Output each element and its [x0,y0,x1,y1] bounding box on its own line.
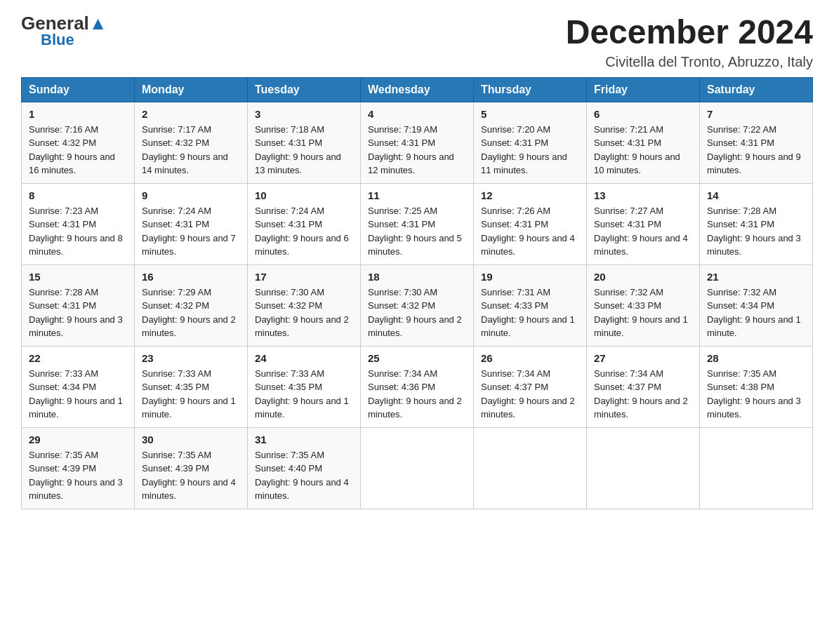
day-info: Sunrise: 7:28 AMSunset: 4:31 PMDaylight:… [29,286,127,340]
day-info: Sunrise: 7:33 AMSunset: 4:35 PMDaylight:… [142,367,240,422]
day-number: 13 [594,189,692,201]
day-number: 31 [255,434,353,445]
day-number: 6 [594,108,692,120]
day-info: Sunrise: 7:35 AMSunset: 4:39 PMDaylight:… [29,448,127,503]
day-info: Sunrise: 7:31 AMSunset: 4:33 PMDaylight:… [481,286,579,340]
day-number: 23 [142,352,240,364]
calendar-cell: 11Sunrise: 7:25 AMSunset: 4:31 PMDayligh… [361,183,474,264]
calendar-cell: 22Sunrise: 7:33 AMSunset: 4:34 PMDayligh… [22,346,135,427]
day-number: 24 [255,352,353,364]
day-info: Sunrise: 7:29 AMSunset: 4:32 PMDaylight:… [142,286,240,340]
calendar-cell: 17Sunrise: 7:30 AMSunset: 4:32 PMDayligh… [248,264,361,346]
calendar-cell [361,427,474,509]
day-number: 7 [707,108,805,120]
day-number: 16 [142,271,240,283]
logo-blue-text: Blue [41,32,74,48]
day-number: 22 [29,352,127,364]
day-number: 1 [29,108,127,120]
calendar-cell: 26Sunrise: 7:34 AMSunset: 4:37 PMDayligh… [474,346,587,427]
day-number: 4 [368,108,466,120]
day-info: Sunrise: 7:19 AMSunset: 4:31 PMDaylight:… [368,123,466,177]
day-number: 3 [255,108,353,120]
week-row-5: 29Sunrise: 7:35 AMSunset: 4:39 PMDayligh… [22,427,813,509]
week-row-1: 1Sunrise: 7:16 AMSunset: 4:32 PMDaylight… [22,102,813,183]
day-number: 2 [142,108,240,120]
day-info: Sunrise: 7:24 AMSunset: 4:31 PMDaylight:… [255,204,353,259]
location-subtitle: Civitella del Tronto, Abruzzo, Italy [566,54,813,70]
calendar-cell: 14Sunrise: 7:28 AMSunset: 4:31 PMDayligh… [700,183,813,264]
week-row-3: 15Sunrise: 7:28 AMSunset: 4:31 PMDayligh… [22,264,813,346]
day-number: 27 [594,352,692,364]
day-number: 11 [368,189,466,201]
day-number: 15 [29,271,127,283]
day-number: 12 [481,189,579,201]
day-info: Sunrise: 7:27 AMSunset: 4:31 PMDaylight:… [594,204,692,259]
day-number: 9 [142,189,240,201]
page-header: General▲ Blue December 2024 Civitella de… [21,14,813,70]
header-friday: Friday [587,77,700,102]
calendar-cell: 4Sunrise: 7:19 AMSunset: 4:31 PMDaylight… [361,102,474,183]
calendar-cell [700,427,813,509]
day-number: 28 [707,352,805,364]
day-number: 20 [594,271,692,283]
day-number: 17 [255,271,353,283]
header-saturday: Saturday [700,77,813,102]
calendar-cell: 6Sunrise: 7:21 AMSunset: 4:31 PMDaylight… [587,102,700,183]
day-info: Sunrise: 7:30 AMSunset: 4:32 PMDaylight:… [255,286,353,340]
calendar-cell: 15Sunrise: 7:28 AMSunset: 4:31 PMDayligh… [22,264,135,346]
calendar-cell: 3Sunrise: 7:18 AMSunset: 4:31 PMDaylight… [248,102,361,183]
day-info: Sunrise: 7:35 AMSunset: 4:38 PMDaylight:… [707,367,805,422]
day-number: 18 [368,271,466,283]
calendar-cell [474,427,587,509]
day-info: Sunrise: 7:26 AMSunset: 4:31 PMDaylight:… [481,204,579,259]
day-info: Sunrise: 7:25 AMSunset: 4:31 PMDaylight:… [368,204,466,259]
calendar-cell: 13Sunrise: 7:27 AMSunset: 4:31 PMDayligh… [587,183,700,264]
header-tuesday: Tuesday [248,77,361,102]
logo-general-text: General▲ [21,14,107,32]
week-row-2: 8Sunrise: 7:23 AMSunset: 4:31 PMDaylight… [22,183,813,264]
calendar-cell: 30Sunrise: 7:35 AMSunset: 4:39 PMDayligh… [135,427,248,509]
calendar-cell: 28Sunrise: 7:35 AMSunset: 4:38 PMDayligh… [700,346,813,427]
day-info: Sunrise: 7:35 AMSunset: 4:40 PMDaylight:… [255,448,353,503]
day-number: 8 [29,189,127,201]
calendar-cell: 31Sunrise: 7:35 AMSunset: 4:40 PMDayligh… [248,427,361,509]
logo: General▲ Blue [21,14,107,48]
day-number: 25 [368,352,466,364]
calendar-cell: 9Sunrise: 7:24 AMSunset: 4:31 PMDaylight… [135,183,248,264]
day-info: Sunrise: 7:30 AMSunset: 4:32 PMDaylight:… [368,286,466,340]
day-number: 30 [142,434,240,445]
calendar-cell: 7Sunrise: 7:22 AMSunset: 4:31 PMDaylight… [700,102,813,183]
day-number: 29 [29,434,127,445]
header-thursday: Thursday [474,77,587,102]
day-info: Sunrise: 7:34 AMSunset: 4:36 PMDaylight:… [368,367,466,422]
calendar-cell: 24Sunrise: 7:33 AMSunset: 4:35 PMDayligh… [248,346,361,427]
month-year-title: December 2024 [566,14,813,51]
day-number: 19 [481,271,579,283]
day-info: Sunrise: 7:28 AMSunset: 4:31 PMDaylight:… [707,204,805,259]
day-info: Sunrise: 7:17 AMSunset: 4:32 PMDaylight:… [142,123,240,177]
day-info: Sunrise: 7:34 AMSunset: 4:37 PMDaylight:… [481,367,579,422]
calendar-table: SundayMondayTuesdayWednesdayThursdayFrid… [21,77,813,509]
calendar-cell: 12Sunrise: 7:26 AMSunset: 4:31 PMDayligh… [474,183,587,264]
header-monday: Monday [135,77,248,102]
calendar-cell: 2Sunrise: 7:17 AMSunset: 4:32 PMDaylight… [135,102,248,183]
day-info: Sunrise: 7:23 AMSunset: 4:31 PMDaylight:… [29,204,127,259]
day-info: Sunrise: 7:33 AMSunset: 4:35 PMDaylight:… [255,367,353,422]
calendar-cell: 20Sunrise: 7:32 AMSunset: 4:33 PMDayligh… [587,264,700,346]
calendar-cell: 18Sunrise: 7:30 AMSunset: 4:32 PMDayligh… [361,264,474,346]
day-number: 26 [481,352,579,364]
day-number: 21 [707,271,805,283]
day-info: Sunrise: 7:16 AMSunset: 4:32 PMDaylight:… [29,123,127,177]
calendar-cell [587,427,700,509]
calendar-cell: 29Sunrise: 7:35 AMSunset: 4:39 PMDayligh… [22,427,135,509]
header-sunday: Sunday [22,77,135,102]
day-info: Sunrise: 7:32 AMSunset: 4:34 PMDaylight:… [707,286,805,340]
calendar-cell: 23Sunrise: 7:33 AMSunset: 4:35 PMDayligh… [135,346,248,427]
day-info: Sunrise: 7:34 AMSunset: 4:37 PMDaylight:… [594,367,692,422]
calendar-cell: 27Sunrise: 7:34 AMSunset: 4:37 PMDayligh… [587,346,700,427]
week-row-4: 22Sunrise: 7:33 AMSunset: 4:34 PMDayligh… [22,346,813,427]
day-info: Sunrise: 7:21 AMSunset: 4:31 PMDaylight:… [594,123,692,177]
day-number: 10 [255,189,353,201]
header-wednesday: Wednesday [361,77,474,102]
day-number: 5 [481,108,579,120]
